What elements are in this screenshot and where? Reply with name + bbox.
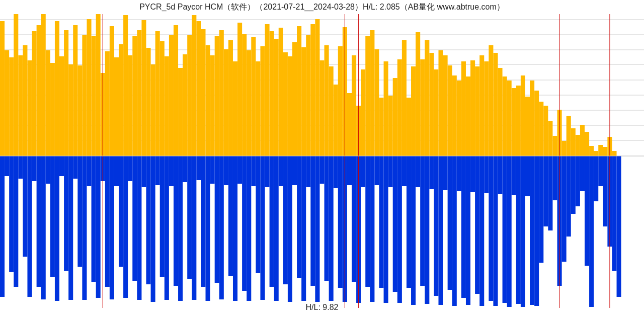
svg-rect-211 bbox=[301, 156, 306, 301]
svg-rect-191 bbox=[210, 156, 215, 184]
svg-rect-66 bbox=[256, 61, 260, 156]
svg-rect-72 bbox=[283, 52, 288, 156]
svg-rect-11 bbox=[5, 50, 9, 156]
svg-rect-91 bbox=[370, 30, 374, 156]
svg-rect-242 bbox=[443, 156, 448, 190]
svg-rect-140 bbox=[594, 151, 598, 156]
svg-rect-201 bbox=[256, 156, 260, 273]
svg-rect-18 bbox=[37, 25, 41, 156]
svg-rect-207 bbox=[283, 156, 288, 284]
svg-rect-97 bbox=[397, 59, 402, 156]
svg-rect-83 bbox=[334, 85, 338, 156]
svg-rect-271 bbox=[576, 156, 580, 206]
svg-rect-60 bbox=[228, 40, 233, 156]
svg-rect-61 bbox=[233, 61, 237, 156]
svg-rect-239 bbox=[429, 156, 434, 189]
svg-rect-136 bbox=[576, 135, 580, 156]
svg-rect-170 bbox=[114, 156, 119, 186]
svg-rect-37 bbox=[123, 15, 128, 156]
svg-rect-197 bbox=[237, 156, 242, 184]
svg-rect-31 bbox=[96, 14, 101, 156]
svg-rect-185 bbox=[183, 156, 187, 182]
svg-rect-55 bbox=[206, 45, 210, 156]
svg-rect-237 bbox=[420, 156, 425, 286]
svg-rect-202 bbox=[260, 156, 265, 300]
svg-rect-162 bbox=[77, 156, 82, 267]
svg-rect-158 bbox=[59, 156, 64, 176]
svg-rect-87 bbox=[352, 55, 356, 156]
svg-rect-127 bbox=[534, 91, 539, 156]
svg-rect-86 bbox=[347, 93, 352, 156]
svg-rect-236 bbox=[416, 156, 420, 187]
svg-rect-76 bbox=[301, 47, 306, 156]
svg-rect-195 bbox=[228, 156, 233, 276]
svg-rect-151 bbox=[27, 156, 32, 297]
svg-rect-224 bbox=[361, 156, 365, 187]
svg-rect-234 bbox=[407, 156, 411, 288]
svg-rect-245 bbox=[457, 156, 461, 191]
svg-rect-36 bbox=[119, 44, 123, 156]
svg-rect-89 bbox=[361, 69, 365, 156]
svg-rect-219 bbox=[338, 156, 343, 288]
svg-rect-41 bbox=[141, 20, 146, 156]
svg-rect-20 bbox=[46, 50, 50, 156]
svg-rect-196 bbox=[233, 156, 237, 301]
svg-rect-141 bbox=[598, 145, 603, 156]
svg-rect-16 bbox=[27, 60, 32, 156]
svg-rect-40 bbox=[137, 30, 141, 156]
svg-rect-49 bbox=[178, 68, 183, 156]
svg-rect-171 bbox=[119, 156, 123, 267]
bottom-label: H/L: 9.82 bbox=[0, 303, 644, 312]
svg-rect-155 bbox=[46, 156, 50, 184]
svg-rect-103 bbox=[425, 40, 429, 156]
svg-rect-161 bbox=[73, 156, 77, 179]
svg-rect-57 bbox=[215, 36, 219, 156]
svg-rect-93 bbox=[379, 98, 383, 156]
svg-rect-107 bbox=[443, 55, 448, 156]
svg-rect-157 bbox=[55, 156, 59, 301]
svg-rect-102 bbox=[420, 59, 425, 156]
svg-rect-114 bbox=[475, 66, 479, 156]
svg-rect-45 bbox=[160, 41, 165, 156]
svg-rect-39 bbox=[132, 36, 137, 156]
svg-rect-68 bbox=[265, 24, 270, 156]
svg-rect-81 bbox=[325, 45, 329, 156]
svg-rect-42 bbox=[146, 48, 151, 156]
svg-rect-182 bbox=[169, 156, 174, 186]
svg-rect-261 bbox=[530, 156, 534, 305]
svg-rect-204 bbox=[270, 156, 274, 287]
svg-rect-117 bbox=[489, 45, 493, 156]
svg-rect-56 bbox=[210, 55, 215, 156]
svg-rect-112 bbox=[466, 76, 470, 156]
svg-rect-187 bbox=[192, 156, 196, 300]
svg-rect-59 bbox=[224, 49, 228, 156]
svg-rect-90 bbox=[365, 36, 370, 156]
svg-rect-179 bbox=[155, 156, 160, 185]
svg-rect-130 bbox=[548, 121, 552, 156]
svg-rect-84 bbox=[338, 46, 343, 156]
svg-rect-209 bbox=[292, 156, 297, 185]
svg-rect-218 bbox=[334, 156, 338, 188]
svg-rect-257 bbox=[512, 156, 516, 195]
svg-rect-131 bbox=[552, 136, 557, 156]
svg-rect-279 bbox=[612, 156, 616, 271]
svg-rect-264 bbox=[543, 156, 548, 226]
svg-rect-192 bbox=[215, 156, 219, 283]
svg-rect-190 bbox=[206, 156, 210, 301]
svg-rect-166 bbox=[96, 156, 101, 298]
svg-rect-235 bbox=[411, 156, 416, 305]
svg-rect-122 bbox=[512, 88, 516, 156]
svg-rect-125 bbox=[525, 97, 530, 156]
svg-rect-96 bbox=[393, 78, 397, 156]
svg-rect-120 bbox=[503, 76, 507, 156]
svg-rect-139 bbox=[589, 146, 594, 156]
svg-rect-135 bbox=[571, 128, 576, 156]
svg-rect-249 bbox=[475, 156, 479, 294]
svg-rect-183 bbox=[174, 156, 178, 286]
svg-rect-147 bbox=[9, 156, 14, 272]
svg-rect-272 bbox=[580, 156, 585, 191]
svg-rect-19 bbox=[41, 14, 46, 156]
svg-rect-142 bbox=[603, 147, 607, 156]
svg-rect-165 bbox=[92, 156, 96, 282]
svg-rect-113 bbox=[470, 60, 475, 156]
